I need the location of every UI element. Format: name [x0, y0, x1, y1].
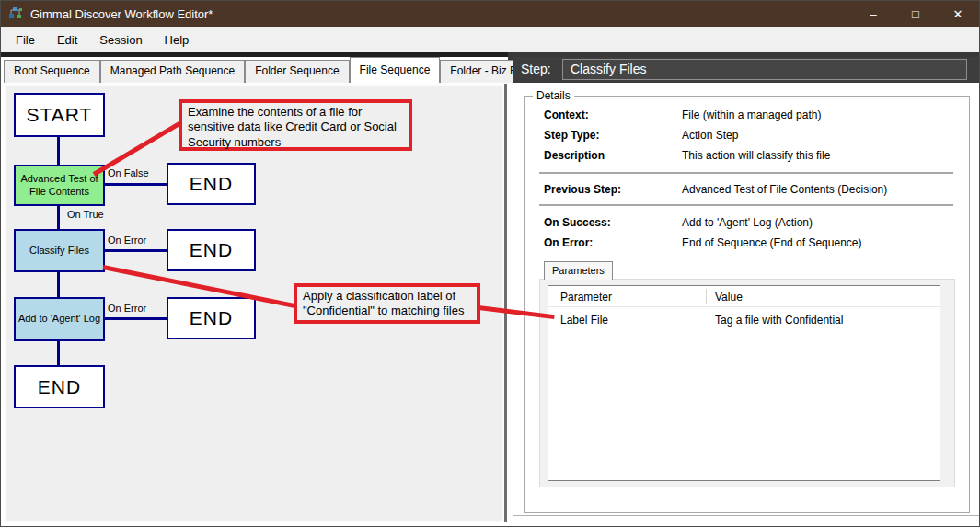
step-header-label: Step: — [521, 62, 551, 76]
window-title: Gimmal Discover Workflow Editor* — [30, 7, 213, 21]
parameters-grid[interactable]: Parameter Value Label File Tag a file wi… — [548, 285, 940, 481]
parameters-grid-header: Parameter Value — [548, 286, 940, 307]
field-value-on-success: Add to 'Agent' Log (Action) — [682, 216, 813, 229]
field-value-previous-step: Advanced Test of File Contents (Decision… — [682, 183, 887, 196]
cell-value[interactable]: Tag a file with Confidential — [715, 314, 843, 327]
edge-label-on-true: On True — [67, 209, 104, 220]
tab-root-sequence[interactable]: Root Sequence — [4, 60, 100, 83]
connector-classify-to-log — [57, 270, 60, 299]
menu-help[interactable]: Help — [154, 29, 201, 51]
field-label-on-error: On Error: — [544, 236, 593, 249]
connector-log-to-end — [57, 339, 60, 367]
field-label-context: Context: — [544, 109, 589, 121]
tab-folder-sequence[interactable]: Folder Sequence — [245, 60, 349, 83]
menu-edit[interactable]: Edit — [46, 29, 88, 51]
field-value-on-error: End of Sequence (End of Sequence) — [682, 236, 861, 249]
field-label-description: Description — [544, 149, 605, 162]
tab-managed-path-sequence[interactable]: Managed Path Sequence — [100, 60, 245, 83]
menu-bar: File Edit Session Help — [1, 27, 979, 52]
details-separator-2 — [539, 204, 953, 206]
column-header-value[interactable]: Value — [715, 291, 743, 304]
field-value-step-type: Action Step — [682, 129, 738, 142]
panel-bottom-edge — [513, 515, 979, 516]
node-end-on-false[interactable]: END — [167, 163, 256, 205]
menu-session[interactable]: Session — [88, 29, 153, 51]
column-header-parameter[interactable]: Parameter — [560, 291, 612, 304]
connector-log-to-end-error — [104, 317, 167, 320]
field-label-on-success: On Success: — [544, 216, 611, 229]
node-classify-files[interactable]: Classify Files — [14, 229, 105, 272]
app-icon — [8, 6, 23, 21]
column-divider — [706, 289, 707, 304]
field-label-step-type: Step Type: — [544, 129, 599, 142]
connector-test-to-end-false — [104, 183, 167, 186]
maximize-button[interactable]: □ — [894, 1, 937, 27]
field-label-previous-step: Previous Step: — [544, 183, 621, 196]
node-agent-log[interactable]: Add to 'Agent' Log — [14, 297, 105, 341]
details-separator-1 — [539, 172, 953, 174]
tab-file-sequence[interactable]: File Sequence — [350, 57, 441, 83]
edge-label-on-error-2: On Error — [108, 303, 146, 314]
annotation-examine: Examine the contents of a file for sensi… — [179, 99, 412, 151]
node-start[interactable]: START — [14, 93, 105, 137]
field-value-description: This action will classify this file — [682, 149, 830, 162]
minimize-button[interactable]: – — [852, 1, 894, 27]
menu-file[interactable]: File — [5, 29, 46, 51]
node-end-on-error-2[interactable]: END — [167, 297, 256, 339]
node-end-final[interactable]: END — [14, 365, 105, 408]
edge-label-on-false: On False — [108, 167, 149, 178]
step-header: Step: Classify Files — [513, 57, 979, 83]
tab-parameters[interactable]: Parameters — [544, 261, 613, 280]
annotation-apply: Apply a classification label of "Confide… — [294, 283, 480, 324]
connector-test-to-classify — [57, 204, 60, 231]
connector-classify-to-end-error — [104, 249, 167, 252]
field-value-context: File (within a managed path) — [682, 109, 821, 121]
step-title: Classify Files — [562, 59, 967, 80]
window-controls: – □ ✕ — [852, 1, 979, 27]
connector-start-to-test — [57, 137, 60, 166]
node-advanced-test[interactable]: Advanced Test of File Contents — [14, 165, 105, 206]
close-button[interactable]: ✕ — [937, 1, 979, 27]
cell-parameter[interactable]: Label File — [560, 314, 608, 327]
panel-splitter[interactable] — [504, 84, 507, 522]
app-window: Gimmal Discover Workflow Editor* – □ ✕ F… — [0, 0, 980, 527]
details-legend: Details — [533, 89, 574, 102]
node-end-on-error-1[interactable]: END — [167, 229, 256, 271]
title-bar: Gimmal Discover Workflow Editor* – □ ✕ — [1, 1, 979, 27]
edge-label-on-error-1: On Error — [108, 235, 146, 246]
